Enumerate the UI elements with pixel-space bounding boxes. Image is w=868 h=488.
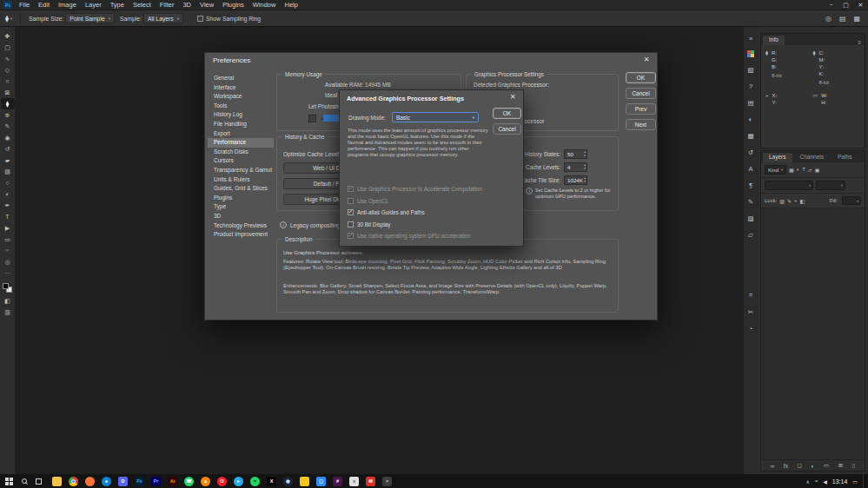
use-native-operating-system-gpu-acceleration-box[interactable]: ✓ [348, 233, 354, 239]
blend-mode-select[interactable]: ▾ [765, 181, 813, 190]
properties-panel-icon[interactable]: ▤ [745, 98, 756, 107]
layer-effects-icon[interactable]: fx [784, 463, 788, 469]
prefs-nav-plugins[interactable]: Plugins [208, 194, 274, 203]
prefs-nav-history-log[interactable]: History Log [208, 110, 274, 120]
timeline-panel-icon[interactable]: ⌗ [745, 291, 756, 300]
brushes-panel-icon[interactable]: ✎ [745, 197, 756, 206]
paragraph-panel-icon[interactable]: ¶ [745, 181, 756, 189]
prefs-nav-guides-grid-slices[interactable]: Guides, Grid & Slices [208, 184, 274, 194]
tray-network-icon[interactable]: ≈ [815, 478, 818, 485]
options-workspace-icon[interactable]: ▤ [839, 15, 846, 23]
adjustment-layer-icon[interactable]: ◐ [811, 463, 814, 469]
taskbar-app-files[interactable]: ≡ [349, 477, 359, 486]
use-graphics-processor-to-accelerate-computation-box[interactable]: ✓ [348, 186, 354, 192]
anti-alias-guides-and-paths-box[interactable]: ✓ [348, 209, 354, 215]
foreground-background-swatches[interactable] [3, 283, 12, 293]
layers-list[interactable] [761, 208, 865, 459]
delete-layer-icon[interactable]: ▯ [852, 462, 856, 469]
ok-button[interactable]: OK [626, 72, 656, 83]
taskbar-app-chrome[interactable] [69, 477, 78, 486]
taskbar-app-mail[interactable]: ✉ [366, 477, 375, 486]
show-desktop-button[interactable] [863, 474, 865, 488]
filter-adjustment-layers-icon[interactable]: ◐ [797, 167, 800, 173]
prefs-nav-export[interactable]: Export [208, 129, 274, 139]
taskbar-app-slack[interactable]: # [333, 477, 342, 486]
close-icon[interactable]: ✕ [508, 93, 517, 101]
taskbar-app-illustrator[interactable]: Ai [168, 477, 177, 486]
clone-stamp-tool[interactable]: ◉ [1, 132, 15, 143]
notes-panel-icon[interactable]: ✂ [745, 307, 756, 316]
fill-select[interactable]: ▾ [842, 196, 861, 205]
minimize-button[interactable]: − [824, 0, 838, 10]
learn-panel-icon[interactable]: ? [745, 82, 756, 90]
menu-select[interactable]: Select [129, 0, 156, 10]
use-opencl-box[interactable] [348, 198, 354, 204]
show-sampling-ring-checkbox[interactable]: Show Sampling Ring [197, 16, 261, 22]
taskbar-app-zoom[interactable]: ◻ [316, 477, 326, 486]
menu-plugins[interactable]: Plugins [218, 0, 248, 10]
options-grid-icon[interactable]: ▦ [853, 15, 860, 23]
prefs-nav-transparency-gamut[interactable]: Transparency & Gamut [208, 166, 274, 175]
object-selection-tool[interactable]: ◇ [1, 64, 15, 76]
type-tool[interactable]: T [1, 211, 15, 222]
checkbox-use-graphics-processor-to-accelerate-computation[interactable]: ✓Use Graphics Processor to Accelerate Co… [348, 185, 482, 193]
frame-tool[interactable]: ⊠ [1, 87, 15, 98]
menu-image[interactable]: Image [54, 0, 81, 10]
tray-volume-icon[interactable]: ◀ [823, 478, 827, 485]
layer-mask-icon[interactable]: ◻ [797, 462, 801, 469]
menu-view[interactable]: View [195, 0, 218, 10]
edit-toolbar-icon[interactable]: ⋯ [1, 267, 15, 279]
cache-levels-value[interactable]: 4▴▾ [564, 162, 587, 172]
ram-value-field[interactable] [308, 115, 316, 122]
sample-select[interactable]: All Layers ▾ [143, 13, 183, 23]
menu-edit[interactable]: Edit [34, 0, 54, 10]
prefs-nav-3d[interactable]: 3D [208, 212, 274, 221]
prefs-nav-general[interactable]: General [208, 74, 274, 83]
down-arrow-icon[interactable]: ▾ [584, 168, 586, 171]
marquee-tool[interactable]: ▢ [1, 42, 15, 53]
menu-file[interactable]: File [15, 0, 34, 10]
gradient-tool[interactable]: ▨ [1, 166, 15, 177]
eraser-tool[interactable]: ▰ [1, 155, 15, 166]
prefs-nav-product-improvement[interactable]: Product Improvement [208, 230, 274, 240]
taskbar-app-opera[interactable]: O [217, 477, 227, 486]
prev-button[interactable]: Prev [626, 103, 656, 115]
down-arrow-icon[interactable]: ▾ [584, 181, 586, 184]
options-search-icon[interactable]: ◎ [825, 15, 832, 23]
ram-slider-handle[interactable] [323, 115, 341, 122]
shapes-panel-icon[interactable]: ▱ [745, 230, 756, 239]
prefs-nav-tools[interactable]: Tools [208, 102, 274, 111]
actions-panel-icon[interactable]: ◔ [745, 324, 756, 333]
filter-smart-objects-icon[interactable]: ▣ [815, 167, 820, 173]
lock-transparent-icon[interactable]: ▨ [779, 198, 785, 204]
prefs-nav-type[interactable]: Type [208, 202, 274, 212]
ok-button[interactable]: OK [493, 108, 521, 119]
taskbar-app-notes[interactable] [300, 477, 309, 486]
close-icon[interactable]: ✕ [642, 56, 651, 63]
tab-channels[interactable]: Channels [794, 153, 830, 162]
checkbox-anti-alias-guides-and-paths[interactable]: ✓Anti-alias Guides and Paths [348, 208, 482, 216]
taskbar-app-vlc[interactable]: ▲ [201, 477, 210, 486]
filter-type-layers-icon[interactable]: T [802, 167, 805, 173]
prefs-nav-scratch-disks[interactable]: Scratch Disks [208, 148, 274, 157]
layer-group-icon[interactable]: ▭ [824, 462, 829, 469]
taskbar-app-edge[interactable]: e [102, 477, 111, 486]
history-states-value[interactable]: 50▴▾ [564, 149, 587, 159]
checkbox-use-native-operating-system-gpu-acceleration[interactable]: ✓Use native operating system GPU acceler… [348, 232, 482, 240]
prefs-nav-file-handling[interactable]: File Handling [208, 120, 274, 129]
tab-paths[interactable]: Paths [832, 153, 858, 162]
collapse-panels-icon[interactable]: » [745, 34, 756, 43]
taskbar-app-premiere[interactable]: Pr [151, 477, 161, 486]
lock-pixels-icon[interactable]: ✎ [787, 198, 792, 204]
taskbar-app-photoshop[interactable]: Ps [135, 477, 144, 486]
taskbar-app-discord[interactable]: D [118, 477, 128, 486]
character-panel-icon[interactable]: A [745, 164, 756, 173]
pen-tool[interactable]: ✒ [1, 200, 15, 211]
maximize-button[interactable]: ▢ [838, 0, 853, 10]
foreground-color-swatch[interactable] [3, 283, 9, 289]
tray-expand-icon[interactable]: ∧ [805, 478, 809, 485]
path-selection-tool[interactable]: ▶ [1, 222, 15, 234]
zoom-tool[interactable]: ◎ [1, 256, 15, 267]
checkbox-use-opencl[interactable]: Use OpenCL [348, 197, 482, 205]
eyedropper-tool[interactable]: ⧫ [1, 98, 15, 109]
